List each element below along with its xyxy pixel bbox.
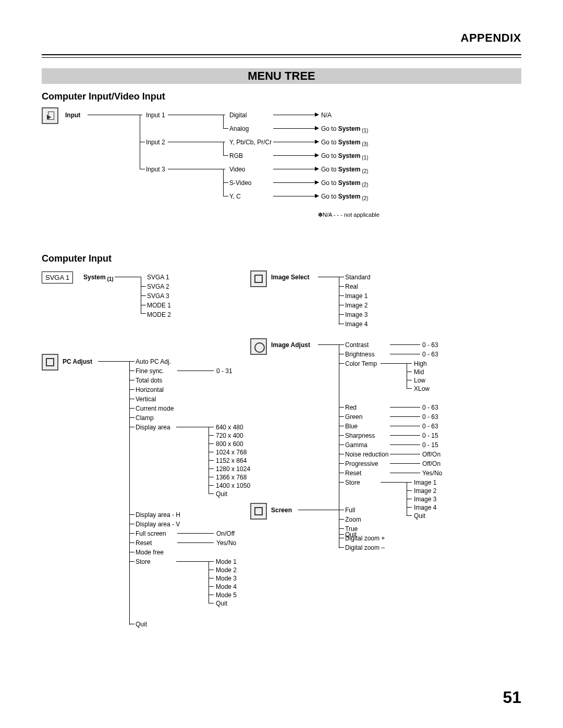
pc-item-12: Mode free (136, 549, 164, 556)
imgadj-10: Reset (345, 470, 361, 477)
screen-0: Full (345, 507, 355, 514)
pc-item-10: Full screen (136, 530, 166, 537)
root-input: Input (65, 112, 80, 119)
imgsel-0: Standard (345, 274, 371, 281)
image-select-label: Image Select (271, 274, 309, 281)
imgadj-8: Noise reduction (345, 451, 388, 458)
page: APPENDIX MENU TREE Computer Input/Video … (0, 0, 563, 728)
l2-yc: Y, C (229, 193, 241, 200)
tgt-1: Go to System (1) (321, 125, 368, 133)
pc-item-14: Quit (136, 621, 147, 628)
pc-store-0: Mode 1 (216, 558, 237, 565)
screen-label: Screen (271, 507, 292, 514)
tgt-5: Go to System (2) (321, 179, 368, 188)
l2-rgb: RGB (229, 152, 243, 159)
tgt-4: Go to System (2) (321, 166, 368, 174)
pc-store-5: Quit (216, 600, 227, 607)
tgt-3: Go to System (1) (321, 152, 368, 161)
imgadj-7: Gamma (345, 441, 368, 449)
pc-store-3: Mode 4 (216, 583, 237, 590)
l2-digital: Digital (229, 112, 247, 119)
imgadj-val-8: Off/On (422, 451, 440, 458)
display-area-4: 1152 x 864 (216, 457, 247, 464)
screen-icon (250, 503, 267, 520)
sys-3: MODE 1 (147, 302, 171, 309)
sys-2: SVGA 3 (147, 292, 169, 300)
display-area-0: 640 x 480 (216, 424, 243, 431)
pc-fullscreen-val: On/Off (216, 530, 235, 537)
section-2-title: Computer Input (42, 253, 521, 264)
imgadj-val-7: 0 - 15 (422, 441, 438, 449)
colortemp-0: High (414, 360, 427, 367)
display-area-6: 1366 x 768 (216, 474, 247, 481)
imgsel-1: Real (345, 283, 358, 290)
appendix-heading: APPENDIX (42, 31, 521, 45)
pc-item-7: Display area (136, 424, 170, 431)
screen-2: True (345, 525, 358, 533)
l2-analog: Analog (229, 125, 249, 132)
tgt-na: N/A (321, 112, 332, 119)
imgadj-val-4: 0 - 63 (422, 413, 438, 421)
imgsel-3: Image 2 (345, 302, 368, 309)
imgsel-2: Image 1 (345, 292, 368, 300)
tree-computer-input: SVGA 1 System (1) SVGA 1 SVGA 2 SVGA 3 M… (42, 270, 521, 614)
l2-ypbcb: Y, Pb/Cb, Pr/Cr (229, 139, 272, 146)
imgstore-1: Image 2 (414, 487, 436, 495)
pc-store-1: Mode 2 (216, 566, 237, 574)
footnote-na: ✽N/A - - - not applicable (318, 212, 380, 218)
display-area-3: 1024 x 768 (216, 449, 247, 456)
imgadj-2: Color Temp (345, 360, 377, 367)
imgadj-val-0: 0 - 63 (422, 341, 438, 349)
display-area-5: 1280 x 1024 (216, 465, 250, 473)
screen-3: Digital zoom + (345, 535, 385, 542)
display-area-1: 720 x 400 (216, 432, 243, 439)
imgadj-val-6: 0 - 15 (422, 432, 438, 439)
image-select-icon (250, 270, 267, 287)
divider-top (42, 54, 521, 58)
colortemp-2: Low (414, 377, 425, 384)
input-2: Input 2 (146, 139, 165, 146)
pc-item-1: Fine sync. (136, 367, 164, 375)
imgstore-0: Image 1 (414, 479, 436, 486)
system-label: System (1) (83, 274, 114, 282)
page-number: 51 (503, 688, 521, 707)
pc-store-2: Mode 3 (216, 575, 237, 582)
imgadj-9: Progressive (345, 460, 378, 467)
pc-item-0: Auto PC Adj. (136, 358, 171, 365)
pc-item-2: Total dots (136, 377, 162, 384)
image-adjust-label: Image Adjust (271, 341, 310, 349)
imgadj-1: Brightness (345, 351, 375, 358)
screen-4: Digital zoom – (345, 544, 385, 551)
tgt-6: Go to System (2) (321, 193, 368, 201)
imgadj-val-9: Off/On (422, 460, 440, 467)
pc-item-11: Reset (136, 539, 152, 547)
pc-item-4: Vertical (136, 396, 156, 403)
sys-1: SVGA 2 (147, 283, 169, 290)
menu-tree-heading: MENU TREE (42, 68, 521, 84)
imgadj-4: Green (345, 413, 362, 421)
l2-svideo: S-Video (229, 179, 251, 187)
imgadj-val-10: Yes/No (422, 470, 442, 477)
imgadj-5: Blue (345, 423, 358, 430)
pc-store-4: Mode 5 (216, 591, 237, 599)
imgadj-val-1: 0 - 63 (422, 351, 438, 358)
pc-item-6: Clamp (136, 414, 154, 422)
pc-item-13: Store (136, 558, 151, 565)
svga-box: SVGA 1 (42, 272, 73, 283)
imgsel-5: Image 4 (345, 320, 368, 328)
input-icon (42, 107, 58, 124)
imgadj-val-3: 0 - 63 (422, 404, 438, 411)
section-1-title: Computer Input/Video Input (42, 91, 521, 102)
colortemp-3: XLow (414, 385, 430, 392)
colortemp-1: Mid (414, 368, 424, 376)
screen-1: Zoom (345, 516, 361, 523)
input-3: Input 3 (146, 166, 165, 173)
imgstore-4: Quit (414, 512, 425, 520)
pc-adjust-icon (42, 354, 58, 371)
display-area-2: 800 x 600 (216, 440, 243, 448)
imgadj-val-5: 0 - 63 (422, 423, 438, 430)
tgt-2: Go to System (3) (321, 139, 368, 147)
sys-0: SVGA 1 (147, 274, 169, 281)
image-adjust-icon (250, 338, 267, 355)
input-1: Input 1 (146, 112, 165, 119)
